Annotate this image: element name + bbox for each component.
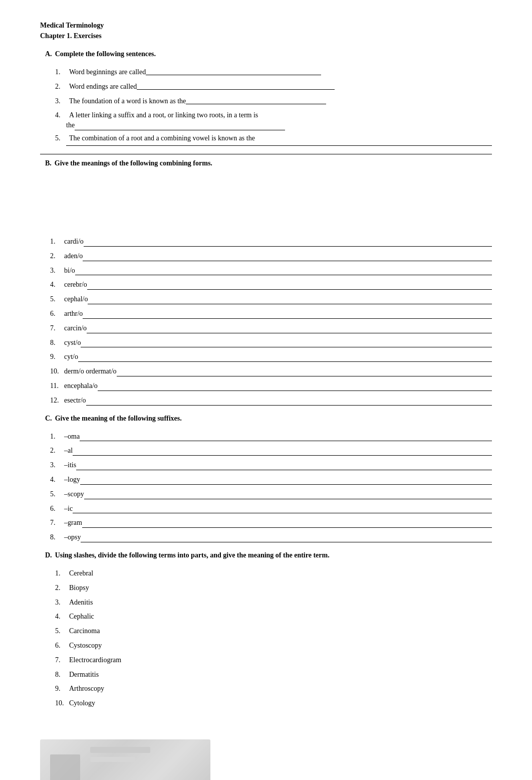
b-item-1-num: 1. (50, 236, 64, 248)
section-b-items: 1. cardi/o 2. aden/o 3. bi/o 4. cerebr/o… (40, 236, 492, 407)
section-c-item-2: 2. –al (50, 445, 492, 457)
c-item-2-blank[interactable] (73, 455, 492, 456)
d-item-2-num: 2. (55, 582, 69, 594)
bottom-image (40, 739, 210, 780)
c-item-1-num: 1. (50, 431, 64, 443)
item-4-num: 4. (55, 109, 69, 121)
section-d-item-6: 6. Cystoscopy (55, 640, 492, 652)
b-item-7-num: 7. (50, 322, 64, 334)
item-1-blank[interactable] (146, 75, 321, 75)
item-2-text: Word endings are called (69, 81, 137, 93)
b-item-5-term: cephal/o (64, 293, 88, 305)
d-item-7-num: 7. (55, 654, 69, 666)
section-b-item-3: 3. bi/o (50, 265, 492, 277)
item-4-continuation: the (55, 121, 492, 129)
section-d-item-2: 2. Biopsy (55, 582, 492, 594)
item-1-text: Word beginnings are called (69, 66, 146, 78)
section-a-item-3: 3. The foundation of a word is known as … (55, 95, 492, 107)
b-item-10-term: derm/o ordermat/o (64, 365, 117, 377)
b-item-11-num: 11. (50, 380, 64, 392)
b-item-9-blank[interactable] (78, 361, 492, 362)
b-item-6-blank[interactable] (83, 318, 492, 319)
b-item-3-blank[interactable] (75, 275, 492, 275)
c-item-1-blank[interactable] (80, 441, 492, 441)
b-item-6-num: 6. (50, 308, 64, 320)
section-c: C. Give the meaning of the following suf… (40, 415, 492, 543)
b-item-5-blank[interactable] (88, 304, 492, 304)
d-item-6-num: 6. (55, 640, 69, 652)
b-item-8-term: cyst/o (64, 337, 81, 349)
c-item-7-blank[interactable] (82, 527, 492, 528)
b-item-4-term: cerebr/o (64, 279, 87, 291)
b-item-10-num: 10. (50, 365, 64, 377)
b-item-11-blank[interactable] (98, 391, 492, 391)
d-item-2-term: Biopsy (69, 582, 89, 594)
b-item-11-term: encephala/o (64, 380, 98, 392)
item-4-the: the (66, 121, 75, 129)
d-item-8-num: 8. (55, 669, 69, 681)
b-item-7-blank[interactable] (87, 333, 492, 333)
b-item-1-blank[interactable] (84, 246, 492, 247)
section-b-item-12: 12. esectr/o (50, 395, 492, 407)
section-b-item-4: 4. cerebr/o (50, 279, 492, 291)
c-item-5-term: –scopy (64, 488, 84, 500)
item-3-blank[interactable] (186, 104, 326, 104)
section-a-item-1: 1. Word beginnings are called (55, 66, 492, 78)
item-3-text: The foundation of a word is known as the (69, 95, 186, 107)
b-item-2-blank[interactable] (83, 261, 492, 261)
b-item-5-num: 5. (50, 293, 64, 305)
item-2-blank[interactable] (137, 89, 335, 90)
b-item-3-num: 3. (50, 265, 64, 277)
section-b-heading: Give the meanings of the following combi… (55, 159, 212, 167)
c-item-6-term: –ic (64, 503, 73, 515)
section-d-item-4: 4. Cephalic (55, 611, 492, 623)
c-item-5-blank[interactable] (84, 499, 492, 499)
section-c-item-3: 3. –itis (50, 459, 492, 471)
section-a-heading: Complete the following sentences. (55, 50, 156, 58)
b-item-2-num: 2. (50, 250, 64, 262)
b-item-4-blank[interactable] (87, 289, 492, 290)
section-c-item-4: 4. –logy (50, 474, 492, 486)
c-item-8-term: –opsy (64, 531, 81, 543)
b-item-12-blank[interactable] (86, 405, 492, 406)
section-d: D. Using slashes, divide the following t… (40, 551, 492, 709)
section-d-item-7: 7. Electrocardiogram (55, 654, 492, 666)
b-item-9-term: cyt/o (64, 351, 78, 363)
c-item-4-blank[interactable] (80, 484, 492, 485)
item-2-num: 2. (55, 81, 69, 93)
c-item-4-num: 4. (50, 474, 64, 486)
b-item-10-blank[interactable] (117, 376, 492, 376)
b-item-4-num: 4. (50, 279, 64, 291)
c-item-6-blank[interactable] (73, 513, 492, 513)
section-c-item-1: 1. –oma (50, 431, 492, 443)
section-d-item-9: 9. Arthroscopy (55, 683, 492, 695)
c-item-3-blank[interactable] (76, 470, 492, 470)
section-c-label: C. (45, 415, 52, 423)
page-header: Medical Terminology Chapter 1. Exercises (40, 20, 492, 41)
c-item-8-blank[interactable] (81, 542, 492, 542)
c-item-7-num: 7. (50, 517, 64, 529)
title-line-2: Chapter 1. Exercises (40, 31, 492, 41)
b-item-7-term: carcin/o (64, 322, 87, 334)
d-item-4-term: Cephalic (69, 611, 94, 623)
b-item-8-blank[interactable] (81, 347, 492, 347)
d-item-7-term: Electrocardiogram (69, 654, 121, 666)
b-item-1-term: cardi/o (64, 236, 84, 248)
section-c-item-6: 6. –ic (50, 503, 492, 515)
section-a-label: A. (45, 50, 52, 58)
item-5-blank[interactable] (66, 145, 492, 146)
section-d-item-1: 1. Cerebral (55, 567, 492, 579)
b-item-3-term: bi/o (64, 265, 75, 277)
section-b-item-10: 10. derm/o ordermat/o (50, 365, 492, 377)
b-item-8-num: 8. (50, 337, 64, 349)
item-1-num: 1. (55, 66, 69, 78)
section-c-item-7: 7. –gram (50, 517, 492, 529)
item-4-blank[interactable] (75, 122, 285, 130)
c-item-6-num: 6. (50, 503, 64, 515)
b-item-6-term: arthr/o (64, 308, 83, 320)
section-b-spacer (40, 175, 492, 236)
d-item-9-term: Arthroscopy (69, 683, 104, 695)
item-3-num: 3. (55, 95, 69, 107)
section-d-item-3: 3. Adenitis (55, 597, 492, 609)
d-item-6-term: Cystoscopy (69, 640, 102, 652)
